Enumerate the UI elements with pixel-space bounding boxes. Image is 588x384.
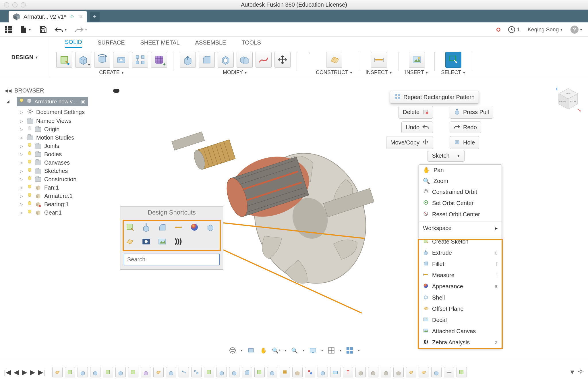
canvas-area[interactable]: ◀◀ BROWSER ◢ Armature new v... ◉ ▷Docume… bbox=[0, 83, 588, 360]
construct-plane-button[interactable] bbox=[326, 52, 342, 68]
timeline-feature[interactable] bbox=[318, 367, 328, 377]
context-redo-button[interactable]: Redo bbox=[450, 121, 481, 133]
timeline-feature[interactable] bbox=[204, 367, 214, 377]
display-settings-button[interactable] bbox=[309, 346, 317, 355]
bulb-icon[interactable] bbox=[27, 184, 32, 191]
shortcut-shell-icon[interactable] bbox=[206, 223, 215, 232]
context-presspull-button[interactable]: Press Pull bbox=[450, 106, 493, 119]
inspect-measure-button[interactable] bbox=[371, 52, 387, 68]
shortcut-measure-icon[interactable] bbox=[174, 223, 183, 232]
zoom-nav-button[interactable]: 🔍+ bbox=[272, 346, 281, 355]
viewport-layouts-button[interactable] bbox=[345, 346, 354, 355]
timeline-feature[interactable] bbox=[141, 367, 151, 377]
save-button[interactable] bbox=[39, 26, 47, 34]
browser-header[interactable]: ◀◀ BROWSER bbox=[5, 86, 119, 95]
menu-item-set-orbit-center[interactable]: Set Orbit Center bbox=[419, 198, 502, 209]
timeline-feature[interactable] bbox=[128, 367, 138, 377]
menu-item-attached-canvas[interactable]: Attached Canvas bbox=[419, 326, 502, 337]
browser-item-gear[interactable]: ▷Gear:1 bbox=[5, 209, 119, 217]
timeline-feature[interactable] bbox=[457, 367, 467, 377]
context-delete-button[interactable]: Delete bbox=[399, 106, 433, 119]
context-sketch-dropdown[interactable]: Sketch ▼ bbox=[428, 150, 465, 162]
menu-item-create-sketch[interactable]: Create Sketch bbox=[419, 236, 502, 247]
timeline-feature[interactable] bbox=[444, 367, 454, 377]
shortcut-fillet-icon[interactable] bbox=[158, 223, 167, 232]
menu-item-pan[interactable]: ✋Pan bbox=[419, 165, 502, 175]
bulb-off-icon[interactable] bbox=[27, 126, 32, 133]
browser-item-joints[interactable]: ▷Joints bbox=[5, 142, 119, 150]
browser-root-node[interactable]: Armature new v... ◉ bbox=[17, 97, 88, 106]
timeline-feature[interactable] bbox=[431, 367, 442, 377]
timeline-settings-button[interactable] bbox=[578, 368, 584, 376]
browser-display-toggle[interactable] bbox=[113, 89, 119, 93]
browser-item-construction[interactable]: ▷Construction bbox=[5, 175, 119, 184]
browser-item-bodies[interactable]: ▷Bodies bbox=[5, 150, 119, 159]
timeline-feature[interactable] bbox=[355, 367, 366, 377]
ribbon-tab-assemble[interactable]: ASSEMBLE bbox=[195, 39, 226, 48]
zoom-window-button[interactable] bbox=[21, 2, 26, 7]
data-panel-button[interactable] bbox=[5, 26, 12, 33]
timeline-play-button[interactable]: ▶ bbox=[22, 368, 27, 376]
menu-item-fillet[interactable]: Filletf bbox=[419, 258, 502, 270]
menu-item-measure[interactable]: Measurei bbox=[419, 270, 502, 281]
close-tab-button[interactable]: × bbox=[79, 13, 83, 20]
menu-item-offset-plane[interactable]: Offset Plane bbox=[419, 303, 502, 314]
bulb-icon[interactable] bbox=[27, 201, 32, 208]
menu-item-shell[interactable]: Shell bbox=[419, 292, 502, 303]
job-status-button[interactable]: 1 bbox=[508, 26, 520, 33]
select-window-button[interactable] bbox=[445, 52, 461, 68]
menu-item-zoom[interactable]: 🔍Zoom bbox=[419, 175, 502, 186]
timeline-feature[interactable] bbox=[267, 367, 277, 377]
redo-button[interactable]: ▼ bbox=[75, 26, 88, 33]
create-form-button[interactable]: + bbox=[151, 52, 167, 68]
menu-item-decal[interactable]: Decal bbox=[419, 314, 502, 326]
timeline-feature[interactable] bbox=[292, 367, 303, 377]
bulb-icon[interactable] bbox=[27, 151, 32, 158]
fit-nav-button[interactable]: 🔍 bbox=[290, 346, 299, 355]
file-menu-button[interactable]: ▼ bbox=[20, 25, 32, 34]
close-window-button[interactable] bbox=[4, 2, 9, 7]
timeline-feature[interactable] bbox=[179, 367, 189, 377]
menu-item-workspace[interactable]: Workspace▸ bbox=[419, 223, 502, 234]
viewcube[interactable]: TOP FRONT RIGHT z x bbox=[555, 86, 581, 112]
new-tab-button[interactable]: + bbox=[90, 12, 100, 22]
ribbon-tab-solid[interactable]: SOLID bbox=[65, 39, 82, 48]
menu-item-zebra[interactable]: Zebra Analysisz bbox=[419, 337, 502, 348]
modify-presspull-button[interactable] bbox=[180, 52, 196, 68]
shortcut-zebra-icon[interactable] bbox=[174, 237, 183, 246]
timeline-feature[interactable] bbox=[216, 367, 227, 377]
shortcut-sketch-icon[interactable] bbox=[125, 223, 135, 232]
timeline-feature[interactable] bbox=[393, 367, 404, 377]
timeline-feature[interactable] bbox=[242, 367, 252, 377]
timeline-feature[interactable] bbox=[78, 367, 88, 377]
modify-shell-button[interactable] bbox=[218, 52, 234, 68]
timeline-feature[interactable] bbox=[368, 367, 378, 377]
bulb-icon[interactable] bbox=[27, 176, 32, 183]
workspace-picker[interactable]: DESIGN ▼ bbox=[0, 37, 50, 78]
browser-item-named-views[interactable]: ▷Named Views bbox=[5, 117, 119, 125]
menu-item-reset-orbit-center[interactable]: Reset Orbit Center bbox=[419, 209, 502, 220]
browser-item-origin[interactable]: ▷Origin bbox=[5, 125, 119, 134]
timeline-feature[interactable] bbox=[381, 367, 391, 377]
context-repeat-button[interactable]: Repeat Rectangular Pattern bbox=[390, 91, 479, 104]
timeline-feature[interactable] bbox=[229, 367, 239, 377]
timeline-feature[interactable] bbox=[103, 367, 113, 377]
radio-icon[interactable]: ◉ bbox=[81, 98, 86, 105]
timeline-feature[interactable] bbox=[406, 367, 416, 377]
undo-button[interactable]: ▼ bbox=[55, 26, 67, 33]
timeline-end-button[interactable]: ▶| bbox=[38, 368, 45, 376]
shortcuts-search-input[interactable] bbox=[124, 254, 220, 265]
shortcut-extrude-icon[interactable] bbox=[142, 223, 151, 232]
browser-item-canvases[interactable]: ▷Canvases bbox=[5, 159, 119, 167]
bulb-icon[interactable] bbox=[27, 193, 32, 199]
timeline-step-fwd-button[interactable]: ▶ bbox=[30, 368, 35, 376]
shortcut-offsetplane-icon[interactable] bbox=[125, 237, 135, 246]
grid-settings-button[interactable] bbox=[327, 346, 336, 355]
timeline-feature[interactable] bbox=[115, 367, 126, 377]
browser-item-fan[interactable]: ▷Fan:1 bbox=[5, 184, 119, 192]
menu-item-constrained-orbit[interactable]: Constrained Orbit bbox=[419, 186, 502, 198]
create-pattern-button[interactable] bbox=[132, 52, 148, 68]
timeline-feature[interactable] bbox=[305, 367, 315, 377]
pan-nav-button[interactable]: ✋ bbox=[259, 346, 268, 355]
document-tab[interactable]: Armatur... v2 v1* × + bbox=[9, 11, 87, 22]
